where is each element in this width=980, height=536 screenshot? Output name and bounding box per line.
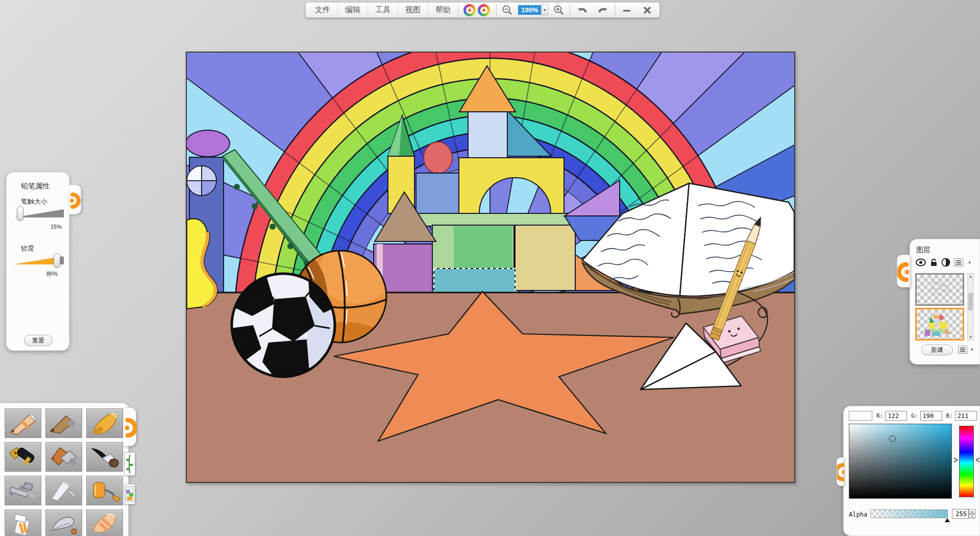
sv-marker[interactable] bbox=[889, 435, 896, 442]
blue-label: B: bbox=[946, 412, 953, 419]
alpha-slider[interactable] bbox=[870, 509, 948, 518]
new-layer-button[interactable]: 新建 bbox=[921, 345, 953, 355]
alpha-label: Alpha bbox=[849, 511, 867, 518]
brush-grid bbox=[5, 408, 123, 536]
layers-scrollbar[interactable]: ▲ ▼ bbox=[967, 273, 974, 340]
zoom-level-field[interactable]: 100% ▼ bbox=[518, 5, 548, 15]
panel-handle-icon bbox=[69, 185, 82, 215]
sketch-layer-preview bbox=[917, 275, 963, 304]
brush-tile-glue-stick[interactable] bbox=[5, 509, 41, 536]
alpha-down-icon[interactable]: ▼ bbox=[969, 514, 975, 519]
zoom-out-icon bbox=[502, 5, 513, 16]
alpha-up-icon[interactable]: ▲ bbox=[969, 509, 975, 514]
metal-nib-icon bbox=[47, 512, 80, 536]
reset-button-label: 重置 bbox=[32, 336, 44, 345]
close-button[interactable] bbox=[637, 3, 657, 17]
drawing-canvas[interactable] bbox=[186, 52, 795, 483]
panel-handle-icon bbox=[837, 458, 844, 486]
panel-handle-icon bbox=[897, 255, 911, 288]
zoom-level-value[interactable]: 100% bbox=[518, 5, 541, 15]
toolbar-separator bbox=[496, 4, 497, 16]
layer-item-color[interactable] bbox=[915, 308, 964, 340]
lock-icon[interactable] bbox=[930, 258, 938, 267]
redo-button[interactable] bbox=[593, 3, 614, 17]
app-logo-button[interactable] bbox=[458, 3, 495, 17]
minimize-icon bbox=[621, 4, 633, 16]
brush-tile-ink-brush[interactable] bbox=[86, 442, 123, 472]
scroll-down-icon[interactable]: ▼ bbox=[968, 335, 973, 339]
softness-slider-thumb[interactable] bbox=[54, 253, 60, 267]
saturation-value-box[interactable] bbox=[849, 424, 952, 499]
menu-view[interactable]: 视图 bbox=[398, 3, 428, 17]
brush-tile-palette-knife[interactable] bbox=[45, 476, 82, 505]
glue-stick-icon bbox=[7, 512, 39, 536]
clown-logo-left-icon bbox=[463, 4, 476, 16]
red-label: R: bbox=[876, 412, 883, 419]
clown-logo-right-icon bbox=[478, 4, 490, 16]
hue-marker-right[interactable] bbox=[975, 457, 979, 462]
ink-brush-icon bbox=[88, 445, 121, 469]
scrollbar-thumb[interactable] bbox=[968, 293, 973, 310]
brush-tile-paint-roller[interactable] bbox=[86, 476, 123, 505]
layers-panel-title: 图层 bbox=[916, 246, 930, 255]
brush-panel-collapse-tab[interactable] bbox=[123, 407, 136, 446]
layer-item-sketch[interactable] bbox=[915, 273, 964, 306]
pencil-panel-collapse-tab[interactable] bbox=[69, 185, 81, 214]
pencil-properties-panel: 铅笔属性 笔触大小 15% 软度 86% 重置 bbox=[6, 172, 69, 351]
brush-tile-eraser-stick[interactable] bbox=[86, 509, 123, 536]
visibility-eye-icon[interactable] bbox=[915, 258, 926, 266]
brush-tile-fountain-pen[interactable] bbox=[5, 442, 41, 472]
reset-button[interactable]: 重置 bbox=[24, 335, 53, 346]
brush-size-slider-thumb[interactable] bbox=[17, 206, 23, 221]
brush-tile-sharp-pencil[interactable] bbox=[5, 408, 41, 438]
brush-tile-wood-pencil[interactable] bbox=[45, 408, 82, 438]
zoom-dropdown-icon[interactable]: ▼ bbox=[541, 5, 548, 15]
toolbar-separator bbox=[615, 4, 616, 16]
pencil-panel-title: 铅笔属性 bbox=[21, 182, 50, 191]
fountain-pen-icon bbox=[7, 445, 39, 469]
alpha-value-field[interactable]: 255 bbox=[952, 509, 969, 519]
alpha-marker[interactable] bbox=[945, 518, 950, 522]
wood-pencil-icon bbox=[47, 411, 80, 435]
brush-size-label: 笔触大小 bbox=[21, 197, 47, 206]
picture-brush-preview[interactable] bbox=[124, 484, 135, 504]
menu-tools[interactable]: 工具 bbox=[368, 3, 398, 17]
red-field[interactable]: 122 bbox=[885, 411, 907, 421]
brush-tile-airbrush[interactable] bbox=[5, 476, 41, 505]
brush-tools-panel bbox=[0, 403, 129, 536]
blend-contrast-icon[interactable] bbox=[941, 258, 950, 267]
airbrush-icon bbox=[7, 478, 39, 503]
hue-bar[interactable] bbox=[959, 426, 974, 497]
hue-marker-left[interactable] bbox=[954, 457, 958, 462]
brush-tile-crayon[interactable] bbox=[86, 408, 123, 438]
minimize-button[interactable] bbox=[617, 3, 637, 17]
menu-help[interactable]: 帮助 bbox=[428, 3, 458, 17]
green-label: G: bbox=[911, 412, 918, 419]
red-value: 122 bbox=[888, 412, 899, 420]
eraser-stick-icon bbox=[88, 512, 121, 536]
menu-edit[interactable]: 编辑 bbox=[338, 3, 368, 17]
menu-file-label: 文件 bbox=[315, 5, 330, 15]
layer-menu-dropdown-icon[interactable]: ▼ bbox=[968, 261, 971, 264]
softness-value: 86% bbox=[46, 271, 58, 277]
layer-menu-icon[interactable] bbox=[954, 258, 963, 266]
green-field[interactable]: 190 bbox=[920, 411, 942, 421]
zoom-in-button[interactable] bbox=[549, 3, 569, 17]
menu-file[interactable]: 文件 bbox=[308, 3, 338, 17]
color-panel-collapse-tab[interactable] bbox=[837, 457, 844, 486]
menu-edit-label: 编辑 bbox=[345, 5, 360, 15]
sharp-pencil-icon bbox=[7, 411, 39, 435]
layers-panel-collapse-tab[interactable] bbox=[897, 255, 910, 287]
blue-field[interactable]: 211 bbox=[955, 411, 977, 421]
plant-brush-preview[interactable] bbox=[124, 452, 135, 476]
paint-roller-icon bbox=[88, 478, 121, 503]
new-layer-dropdown-icon[interactable]: ▼ bbox=[970, 348, 974, 351]
new-layer-menu-icon[interactable] bbox=[958, 346, 967, 354]
green-value: 190 bbox=[923, 412, 934, 420]
undo-button[interactable] bbox=[571, 3, 593, 17]
brush-tile-metal-nib[interactable] bbox=[45, 509, 82, 536]
brush-tile-flat-brush[interactable] bbox=[45, 442, 82, 472]
zoom-out-button[interactable] bbox=[498, 3, 517, 17]
app-root: { "toolbar": { "menus": ["文件", "编辑", "工具… bbox=[0, 0, 980, 536]
scroll-up-icon[interactable]: ▲ bbox=[968, 274, 973, 279]
